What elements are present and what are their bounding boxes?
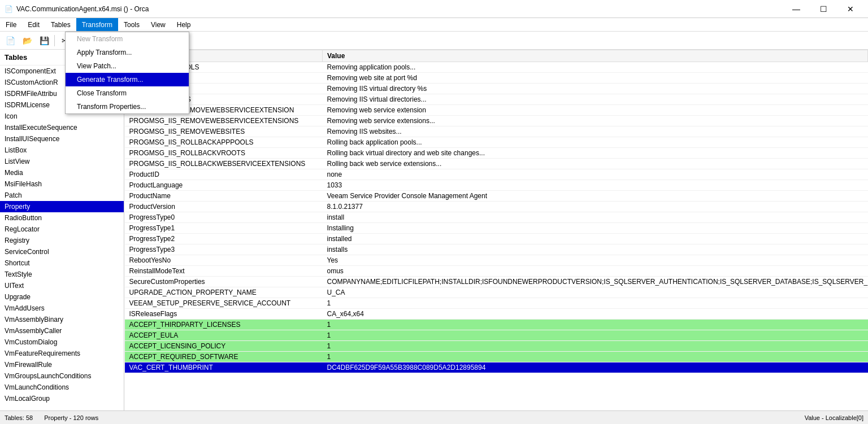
table-cell-key: ProductLanguage xyxy=(125,180,323,191)
sidebar-item-media[interactable]: Media xyxy=(0,167,124,178)
sidebar-item-reglocator[interactable]: RegLocator xyxy=(0,224,124,235)
table-cell-value: 1033 xyxy=(323,180,868,191)
table-row[interactable]: PROGMSG_IIS_ROLLBACKWEBSERVICEEXTENSIONS… xyxy=(125,159,868,169)
sidebar-item-vmlaunchconditions[interactable]: VmLaunchConditions xyxy=(0,382,124,393)
table-row[interactable]: VEEAM_SETUP_PRESERVE_SERVICE_ACCOUNT1 xyxy=(125,298,868,309)
table-row[interactable]: PROGMSG_IIS_REMOVEWEBSERVICEEXTENSIONSRe… xyxy=(125,116,868,126)
status-value-type: Value - Localizable[0] xyxy=(805,414,863,421)
sidebar-item-vmfeaturerequirements[interactable]: VmFeatureRequirements xyxy=(0,348,124,359)
sidebar-item-upgrade[interactable]: Upgrade xyxy=(0,291,124,303)
sidebar-item-vmfirewallrule[interactable]: VmFirewallRule xyxy=(0,359,124,370)
table-row[interactable]: PROGMSG_IIS_REMOVEWEBSITESRemoving IIS w… xyxy=(125,126,868,137)
sidebar-item-registry[interactable]: Registry xyxy=(0,235,124,246)
table-row[interactable]: PROGMSG_IIS_REMOVEWEBSERVICEEXTENSIONRem… xyxy=(125,105,868,116)
table-row[interactable]: ReinstallModeTextomus xyxy=(125,266,868,277)
table-row[interactable]: ProgressType1Installing xyxy=(125,223,868,234)
sidebar-item-vmassemblybinary[interactable]: VmAssemblyBinary xyxy=(0,314,124,325)
sidebar-item-textstyle[interactable]: TextStyle xyxy=(0,269,124,280)
dropdown-apply-transform[interactable]: Apply Transform... xyxy=(66,46,189,59)
dropdown-close-transform[interactable]: Close Transform xyxy=(66,86,189,100)
table-cell-value: COMPANYNAME;EDITLICFILEPATH;INSTALLDIR;I… xyxy=(323,277,868,287)
menu-tables[interactable]: Tables xyxy=(45,18,76,31)
table-cell-key: RebootYesNo xyxy=(125,255,323,266)
table-cell-value: 1 xyxy=(323,298,868,309)
table-cell-value: 1 xyxy=(323,341,868,352)
maximize-button[interactable]: ☐ xyxy=(810,0,836,18)
menu-transform[interactable]: Transform xyxy=(76,18,118,31)
table-cell-value: Removing web service extension xyxy=(323,105,868,116)
menu-tools[interactable]: Tools xyxy=(118,18,145,31)
dropdown-generate-transform[interactable]: Generate Transform... xyxy=(66,73,189,86)
close-button[interactable]: ✕ xyxy=(837,0,863,18)
title-bar-left: 📄 VAC.CommunicationAgent.x64.msi () - Or… xyxy=(5,5,149,13)
menu-file[interactable]: File xyxy=(0,18,22,31)
app-title: VAC.CommunicationAgent.x64.msi () - Orca xyxy=(16,5,149,13)
toolbar-new[interactable]: 📄 xyxy=(2,34,18,47)
sidebar-item-msifilehash[interactable]: MsiFileHash xyxy=(0,178,124,190)
table-cell-value: Rolling back web service extensions... xyxy=(323,159,868,169)
dropdown-transform-properties[interactable]: Transform Properties... xyxy=(66,100,189,113)
table-row[interactable]: ProductVersion8.1.0.21377 xyxy=(125,202,868,212)
toolbar-save[interactable]: 💾 xyxy=(36,34,52,47)
sidebar-item-vmaddusers[interactable]: VmAddUsers xyxy=(0,303,124,314)
table-row[interactable]: VAC_CERT_THUMBPRINTDC4DBF625D9F59A55B398… xyxy=(125,362,868,373)
table-row[interactable]: ACCEPT_REQUIRED_SOFTWARE1 xyxy=(125,352,868,362)
table-row[interactable]: ProgressType2installed xyxy=(125,234,868,244)
table-cell-value: Removing web site at port %d xyxy=(323,73,868,84)
table-row[interactable]: UPGRADE_ACTION_PROPERTY_NAMEU_CA xyxy=(125,287,868,298)
sidebar-item-installexecutesequence[interactable]: InstallExecuteSequence xyxy=(0,122,124,133)
table-row[interactable]: ProductIDnone xyxy=(125,169,868,180)
table-row[interactable]: _REMOVEAPPPOOLSRemoving application pool… xyxy=(125,62,868,73)
table-row[interactable]: PROGMSG_IIS_ROLLBACKVROOTSRolling back v… xyxy=(125,148,868,159)
table-cell-value: none xyxy=(323,169,868,180)
table-row[interactable]: ACCEPT_THIRDPARTY_LICENSES1 xyxy=(125,320,868,330)
table-row[interactable]: ISReleaseFlagsCA_x64,x64 xyxy=(125,309,868,320)
sidebar-item-shortcut[interactable]: Shortcut xyxy=(0,257,124,269)
table-row[interactable]: ACCEPT_LICENSING_POLICY1 xyxy=(125,341,868,352)
table-row[interactable]: ProgressType0install xyxy=(125,212,868,223)
sidebar-item-vmgroupslaunchconditions[interactable]: VmGroupsLaunchConditions xyxy=(0,370,124,382)
table-row[interactable]: ProductLanguage1033 xyxy=(125,180,868,191)
table-cell-key: ProductName xyxy=(125,191,323,202)
menu-view[interactable]: View xyxy=(145,18,171,31)
table-row[interactable]: ProductNameVeeam Service Provider Consol… xyxy=(125,191,868,202)
table-cell-key: ProgressType2 xyxy=(125,234,323,244)
sidebar-item-vmcustomdialog[interactable]: VmCustomDialog xyxy=(0,336,124,348)
table-row[interactable]: ProgressType3installs xyxy=(125,244,868,255)
table-row[interactable]: _REMOVESITERemoving web site at port %d xyxy=(125,73,868,84)
data-table: Value _REMOVEAPPPOOLSRemoving applicatio… xyxy=(124,50,868,373)
status-bar: Tables: 58 Property - 120 rows Value - L… xyxy=(0,410,868,424)
title-bar-controls: — ☐ ✕ xyxy=(783,0,863,18)
menu-help[interactable]: Help xyxy=(171,18,197,31)
sidebar-item-vmassemblycaller[interactable]: VmAssemblyCaller xyxy=(0,325,124,336)
table-body: _REMOVEAPPPOOLSRemoving application pool… xyxy=(125,62,868,373)
sidebar-item-installuisequence[interactable]: InstallUISequence xyxy=(0,133,124,145)
table-cell-value: 1 xyxy=(323,320,868,330)
table-row[interactable]: PROGMSG_IIS_ROLLBACKAPPPOOLSRolling back… xyxy=(125,137,868,148)
table-cell-key: ISReleaseFlags xyxy=(125,309,323,320)
minimize-button[interactable]: — xyxy=(783,0,809,18)
table-row[interactable]: ACCEPT_EULA1 xyxy=(125,330,868,341)
table-cell-value: Removing web service extensions... xyxy=(323,116,868,126)
table-cell-key: ACCEPT_EULA xyxy=(125,330,323,341)
sidebar-item-vmlocalgroup[interactable]: VmLocalGroup xyxy=(0,393,124,404)
sidebar-item-property[interactable]: Property xyxy=(0,201,124,212)
table-row[interactable]: _REMOVEVROOTRemoving IIS virtual directo… xyxy=(125,84,868,94)
table-cell-key: ProgressType1 xyxy=(125,223,323,234)
table-row[interactable]: SecureCustomPropertiesCOMPANYNAME;EDITLI… xyxy=(125,277,868,287)
sidebar-item-listview[interactable]: ListView xyxy=(0,156,124,167)
toolbar-open[interactable]: 📂 xyxy=(19,34,35,47)
table-area[interactable]: Value _REMOVEAPPPOOLSRemoving applicatio… xyxy=(124,50,868,410)
sidebar-item-uitext[interactable]: UIText xyxy=(0,280,124,291)
menu-bar: File Edit Tables Transform Tools View He… xyxy=(0,18,868,32)
table-cell-key: PROGMSG_IIS_ROLLBACKAPPPOOLS xyxy=(125,137,323,148)
sidebar-item-patch[interactable]: Patch xyxy=(0,190,124,201)
dropdown-view-patch[interactable]: View Patch... xyxy=(66,59,189,73)
sidebar-item-servicecontrol[interactable]: ServiceControl xyxy=(0,246,124,257)
dropdown-new-transform[interactable]: New Transform xyxy=(66,32,189,46)
table-row[interactable]: _REMOVEVROOTSRemoving IIS virtual direct… xyxy=(125,94,868,105)
table-row[interactable]: RebootYesNoYes xyxy=(125,255,868,266)
sidebar-item-radiobutton[interactable]: RadioButton xyxy=(0,212,124,224)
menu-edit[interactable]: Edit xyxy=(22,18,45,31)
sidebar-item-listbox[interactable]: ListBox xyxy=(0,145,124,156)
